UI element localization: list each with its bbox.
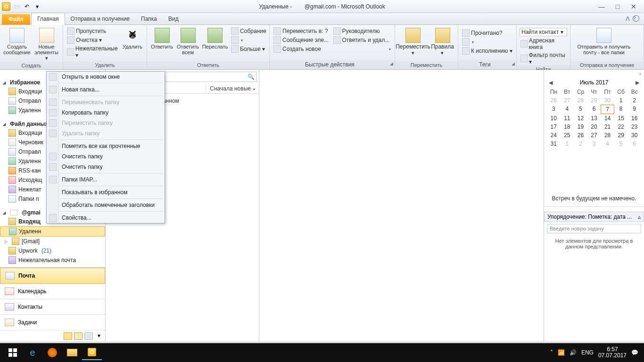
- svg-rect-0: [8, 348, 12, 352]
- group-sendreceive: Отправка и получение: [570, 61, 644, 69]
- tab-file[interactable]: Файл: [2, 14, 30, 25]
- quickstep-manager[interactable]: Руководителю: [332, 27, 392, 35]
- delete-button[interactable]: ✕Удалить: [121, 27, 144, 50]
- help-icon[interactable]: ?: [633, 15, 639, 22]
- rules-button[interactable]: Правила▾: [430, 27, 455, 57]
- qat-customize-icon[interactable]: ▾: [33, 2, 41, 11]
- im-button[interactable]: ▾: [230, 36, 267, 44]
- forward-button[interactable]: Переслать: [202, 27, 228, 50]
- quickstep-more[interactable]: ▾: [332, 45, 392, 53]
- ignore-button[interactable]: Пропустить: [66, 27, 119, 35]
- tray-notifications-icon[interactable]: 💬: [631, 349, 638, 356]
- minimize-button[interactable]: —: [596, 3, 607, 10]
- tab-home[interactable]: Главная: [31, 13, 65, 25]
- cm-imap-folders[interactable]: Папки IMAP...: [47, 174, 165, 185]
- followup-button[interactable]: К исполнению ▾: [461, 47, 513, 55]
- quickstep-createnew[interactable]: Создать новое: [272, 45, 332, 53]
- search-icon[interactable]: 🔍: [248, 74, 255, 80]
- minimize-ribbon-icon[interactable]: ᐱ: [626, 15, 630, 22]
- tab-sendreceive[interactable]: Отправка и получение: [65, 13, 135, 25]
- no-tasks-message: Нет элементов для просмотра в данном пре…: [544, 238, 644, 249]
- reply-all-button[interactable]: Ответить всем: [176, 27, 200, 56]
- svg-rect-2: [8, 353, 12, 357]
- calendar-month: Июль 2017: [580, 79, 609, 86]
- acct-upwork[interactable]: Upwork(21): [0, 246, 105, 255]
- categorize-button[interactable]: ▾: [461, 38, 513, 46]
- ribbon: Создать сообщение Новые элементы ▾ Созда…: [0, 25, 644, 70]
- cm-mark-all-read[interactable]: Пометить все как прочтенные: [47, 141, 165, 151]
- quickstep-teammsg[interactable]: Сообщение эле...: [272, 36, 332, 44]
- close-button[interactable]: ✕: [628, 3, 639, 10]
- mini-shortcuts-icon[interactable]: [84, 332, 93, 340]
- outlook-icon: O: [2, 2, 10, 11]
- start-button[interactable]: [3, 345, 23, 360]
- todo-bar: › ◀ Июль 2017 ▶ ПнВтСрЧтПтСбВс2627282930…: [544, 70, 644, 342]
- send-receive-all-button[interactable]: Отправить и получить почту - все папки: [573, 27, 635, 56]
- module-calendar[interactable]: Календарь: [0, 284, 105, 299]
- tab-view[interactable]: Вид: [163, 13, 184, 25]
- cm-properties[interactable]: Свойства...: [47, 213, 165, 223]
- filter-mail-button[interactable]: Фильтр почты ▾: [520, 51, 567, 66]
- new-mail-button[interactable]: Создать сообщение: [3, 27, 31, 56]
- module-tasks[interactable]: Задачи: [0, 315, 105, 330]
- maximize-button[interactable]: □: [612, 3, 623, 10]
- taskbar-outlook-icon[interactable]: O: [82, 345, 102, 360]
- tray-expand-icon[interactable]: ˄: [550, 349, 553, 356]
- task-arrange-header[interactable]: Упорядочение: Пометка: дата ...▵: [544, 212, 644, 222]
- cm-open-new-window[interactable]: Открыть в новом окне: [47, 72, 165, 82]
- new-items-button[interactable]: Новые элементы ▾: [33, 27, 60, 62]
- nav-modules: Почта Календарь Контакты Задачи ▾: [0, 267, 105, 342]
- tab-folder[interactable]: Папка: [135, 13, 163, 25]
- date-navigator[interactable]: ◀ Июль 2017 ▶ ПнВтСрЧтПтСбВс262728293012…: [544, 79, 644, 148]
- reply-button[interactable]: Ответить: [150, 27, 174, 50]
- group-delete: Удалить: [63, 61, 147, 69]
- taskbar-firefox-icon[interactable]: [42, 345, 62, 360]
- next-month-icon[interactable]: ▶: [634, 80, 641, 86]
- group-move: Переместить: [395, 61, 458, 69]
- mini-folders-icon[interactable]: [74, 332, 83, 340]
- qat-undo-icon[interactable]: ↶: [23, 2, 31, 11]
- cm-show-in-favorites[interactable]: Показывать в избранном: [47, 187, 165, 197]
- meeting-button[interactable]: Собрание: [230, 27, 267, 35]
- read-unread-button[interactable]: Прочитано?: [461, 29, 513, 37]
- todo-collapse-button[interactable]: ›: [544, 70, 644, 79]
- module-contacts[interactable]: Контакты: [0, 299, 105, 315]
- acct-junk[interactable]: Нежелательная почта: [0, 255, 105, 265]
- mini-notes-icon[interactable]: [64, 332, 72, 340]
- taskbar-edge-icon[interactable]: e: [23, 345, 42, 360]
- cm-new-folder[interactable]: Новая папка...: [47, 84, 165, 95]
- tray-volume-icon[interactable]: 🔊: [570, 349, 577, 356]
- find-contact-input[interactable]: Найти контакт ▾: [520, 28, 567, 36]
- more-respond-button[interactable]: Больше ▾: [230, 45, 267, 53]
- title-bar: O 📨 ↶ ▾ Удаленные - @gmail.com - Microso…: [0, 0, 644, 13]
- qat-sendreceive-icon[interactable]: 📨: [12, 2, 21, 11]
- tray-network-icon[interactable]: 📶: [558, 349, 565, 356]
- junk-button[interactable]: Нежелательные ▾: [66, 45, 119, 59]
- address-book-button[interactable]: Адресная книга: [520, 37, 567, 51]
- cleanup-button[interactable]: Очистка ▾: [66, 36, 119, 44]
- group-create: Создать: [0, 62, 63, 70]
- sort-newest[interactable]: Сначала новые ▾: [206, 84, 259, 93]
- group-respond: Ответить: [147, 61, 269, 69]
- prev-month-icon[interactable]: ◀: [547, 80, 554, 86]
- window-title: Удаленные - @gmail.com - Microsoft Outlo…: [259, 3, 385, 10]
- cm-copy-folder[interactable]: Копировать папку: [47, 107, 165, 118]
- new-task-input[interactable]: Введите новую задачу: [547, 224, 641, 233]
- cm-clean-folder-2[interactable]: Очистить папку: [47, 162, 165, 172]
- cm-clean-folder-1[interactable]: Очистить папку: [47, 151, 165, 162]
- cm-process-headers[interactable]: Обработать помеченные заголовки: [47, 200, 165, 210]
- tray-clock[interactable]: 6:5707.07.2017: [598, 346, 627, 359]
- acct-deleted[interactable]: Удаленн: [0, 226, 105, 237]
- ribbon-tabs: Файл Главная Отправка и получение Папка …: [0, 13, 644, 25]
- taskbar-explorer-icon[interactable]: [62, 345, 82, 360]
- svg-rect-3: [13, 353, 17, 357]
- move-button[interactable]: Переместить▾: [398, 27, 428, 57]
- mini-configure-icon[interactable]: ▾: [95, 332, 103, 340]
- module-mail[interactable]: Почта: [0, 268, 105, 284]
- quickstep-replydel[interactable]: Ответить и удал...: [332, 36, 392, 44]
- quickstep-move[interactable]: Переместить в: ?: [272, 27, 332, 35]
- acct-gmail[interactable]: ▷[Gmail]: [0, 237, 105, 246]
- group-tags: Теги◢: [458, 60, 516, 69]
- tray-language[interactable]: ENG: [581, 349, 594, 356]
- group-quicksteps: Быстрые действия◢: [270, 60, 395, 69]
